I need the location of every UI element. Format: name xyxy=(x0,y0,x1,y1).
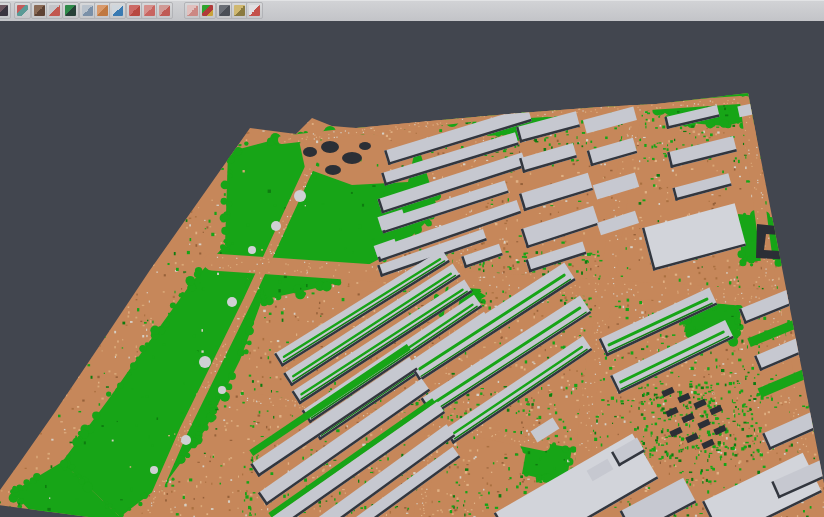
dots-icon xyxy=(49,5,60,16)
point-cloud-render[interactable] xyxy=(0,21,824,517)
snowflake-icon[interactable] xyxy=(14,2,31,19)
toolbar xyxy=(0,0,824,22)
red-tool-icon xyxy=(249,5,260,16)
application-window: { "toolbar": { "background": "#c6c7cb", … xyxy=(0,0,824,517)
camera-icon xyxy=(219,5,230,16)
viewport-3d[interactable] xyxy=(0,21,824,517)
crop-marks-icon xyxy=(159,5,170,16)
red-list-icon xyxy=(129,5,140,16)
red-gear-icon xyxy=(144,5,155,16)
image-thumbnail-icon[interactable] xyxy=(0,2,11,19)
dots-icon[interactable] xyxy=(46,2,63,19)
classification-colors-icon[interactable] xyxy=(199,2,216,19)
crop-marks-icon[interactable] xyxy=(156,2,173,19)
terrain-icon xyxy=(65,5,76,16)
orange-square-icon xyxy=(97,5,108,16)
snowflake-icon xyxy=(17,5,28,16)
checker-grid-icon xyxy=(187,5,198,16)
column-icon xyxy=(82,5,93,16)
terrain-icon[interactable] xyxy=(62,2,79,19)
globe-icon xyxy=(112,5,123,16)
globe-icon[interactable] xyxy=(109,2,126,19)
mountain-icon xyxy=(34,5,45,16)
image-thumbnail-icon xyxy=(0,5,8,16)
classification-colors-icon xyxy=(202,5,213,16)
yellow-flag-icon xyxy=(234,5,245,16)
red-tool-icon[interactable] xyxy=(246,2,263,19)
